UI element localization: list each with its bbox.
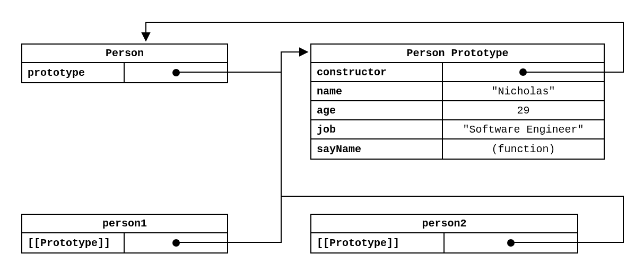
prototype-title: Person Prototype [311,45,604,63]
proto-constructor-val [443,63,604,81]
person1-proto-val [125,233,227,252]
proto-name-key: name [311,82,443,100]
person-prototype-val [125,63,227,82]
dot-icon [172,69,180,76]
proto-row-constructor: constructor [311,63,604,82]
proto-sayname-val: (function) [443,139,604,159]
dot-icon [507,239,515,247]
proto-name-val: "Nicholas" [443,82,604,100]
proto-row-age: age 29 [311,101,604,120]
person-title: Person [22,45,227,63]
proto-job-val: "Software Engineer" [443,120,604,138]
person2-box: person2 [[Prototype]] [310,214,578,253]
person1-row-proto: [[Prototype]] [22,233,227,252]
person1-proto-key: [[Prototype]] [22,233,125,252]
person-box: Person prototype [21,43,228,83]
dot-icon [519,68,527,76]
dot-icon [172,239,180,247]
person2-title: person2 [311,215,577,233]
proto-sayname-key: sayName [311,139,443,159]
person1-title: person1 [22,215,227,233]
proto-row-job: job "Software Engineer" [311,120,604,139]
proto-row-sayname: sayName (function) [311,139,604,159]
proto-row-name: name "Nicholas" [311,82,604,101]
prototype-box: Person Prototype constructor name "Nicho… [310,43,605,160]
person-row-prototype: prototype [22,63,227,82]
person2-row-proto: [[Prototype]] [311,233,577,252]
person-prototype-key: prototype [22,63,125,82]
proto-constructor-key: constructor [311,63,443,81]
proto-age-key: age [311,101,443,119]
person1-box: person1 [[Prototype]] [21,214,228,253]
proto-age-val: 29 [443,101,604,119]
person2-proto-key: [[Prototype]] [311,233,445,252]
person2-proto-val [445,233,578,252]
proto-job-key: job [311,120,443,138]
